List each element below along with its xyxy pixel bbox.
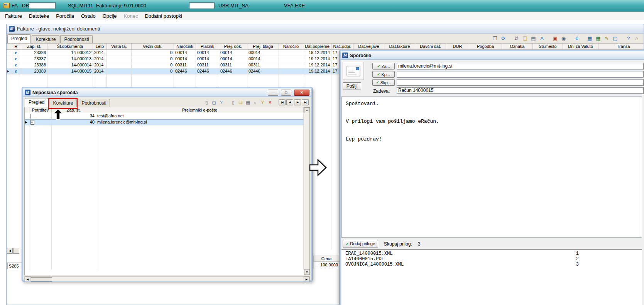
db-input[interactable]	[29, 2, 56, 9]
message-titlebar[interactable]: M Sporočilo	[341, 51, 644, 60]
filter-icon[interactable]: Y	[259, 100, 266, 105]
column-header[interactable]: Dat.fakture	[384, 44, 415, 50]
column-header-prejemniki[interactable]: Prejemniki e-pošte	[96, 107, 304, 113]
main-tab-podrobnosti[interactable]: Podrobnosti	[60, 35, 93, 43]
nav-next-button[interactable]: ▶	[294, 99, 301, 105]
column-header[interactable]: Transa	[598, 44, 644, 50]
message-row-selected[interactable]: ▶ ✓ 40 milena.lorencic@mit-ing.si	[25, 119, 304, 125]
exit-icon[interactable]: ⌂	[633, 35, 641, 42]
column-header[interactable]: Prej. blaga	[247, 44, 279, 50]
column-header[interactable]: Št.dokumenta	[47, 44, 93, 50]
message-text-area[interactable]: Spoštovani. V prilogi vam pošiljamo eRač…	[341, 97, 642, 238]
close-button[interactable]: ✕	[294, 90, 309, 96]
column-header[interactable]: Davčni dat.	[415, 44, 446, 50]
scroll-left-button[interactable]: ◀	[25, 276, 30, 282]
message-row[interactable]: 34 test@afna.net	[25, 113, 304, 119]
scroll-right-button[interactable]: ▶	[304, 276, 309, 282]
confirm-checkbox[interactable]: ✓	[30, 120, 34, 125]
main-horizontal-scrollbar[interactable]: ◀	[7, 248, 19, 254]
column-header[interactable]: Naročnik	[174, 44, 196, 50]
add-attachments-button[interactable]: ✓ Dodaj priloge	[343, 240, 378, 247]
column-header[interactable]: Dat.odpreme	[303, 44, 331, 50]
menu-ostalo[interactable]: Ostalo	[78, 12, 99, 20]
to-field[interactable]: milena.lorencic@mit-ing.si	[397, 63, 644, 69]
menu-porocila[interactable]: Poročila	[52, 12, 78, 20]
font-icon[interactable]: A	[538, 35, 546, 42]
nav-last-button[interactable]: ▶|	[302, 99, 309, 105]
monitor-icon[interactable]: ▢	[211, 100, 217, 105]
column-header[interactable]: Vrsta fa.	[107, 44, 132, 50]
attachment-row[interactable]: FA14000015.PDF 2	[345, 256, 638, 262]
user-input[interactable]	[189, 2, 215, 9]
column-header[interactable]: Zap. št.	[21, 44, 47, 50]
find-icon[interactable]: ⌕	[252, 100, 259, 105]
table-view-2-icon[interactable]: ▦	[595, 35, 602, 42]
dialog-tab-pregled[interactable]: Pregled	[25, 98, 48, 107]
column-header[interactable]: Nač.odpr.	[331, 44, 353, 50]
dialog-vertical-scrollbar[interactable]: ▲ ▼	[304, 107, 309, 275]
confirm-checkbox[interactable]	[30, 114, 31, 119]
cancel-filter-icon[interactable]: ✕	[267, 100, 273, 105]
menu-datoteke[interactable]: Datoteke	[25, 12, 52, 20]
print-icon[interactable]: ▤	[245, 100, 251, 105]
column-header[interactable]: Prej. dok.	[219, 44, 247, 50]
import-export-icon[interactable]: ⇵	[513, 35, 520, 42]
scroll-left-button[interactable]: ◀	[7, 248, 13, 254]
print-icon[interactable]: ▤	[530, 35, 537, 42]
help-icon[interactable]: ?	[625, 35, 632, 42]
cc-field[interactable]	[397, 71, 644, 78]
nav-previous-button[interactable]: ◀	[286, 99, 293, 105]
scroll-down-button[interactable]: ▼	[304, 269, 310, 275]
clipboard-icon[interactable]: ▣	[551, 35, 559, 42]
dialog-titlebar[interactable]: M Neposlana sporočila — □ ✕	[23, 88, 311, 97]
scrollbar-thumb[interactable]	[31, 277, 52, 282]
subject-field[interactable]: Račun 14000015	[397, 87, 644, 94]
copy-icon[interactable]: ❐	[491, 35, 499, 42]
main-tab-korekture[interactable]: Korekture	[32, 35, 59, 43]
open-folder-icon[interactable]: ❏	[521, 35, 529, 42]
menu-fakture[interactable]: Fakture	[2, 12, 25, 20]
monitor-icon[interactable]: ▢	[612, 35, 619, 42]
table-view-1-icon[interactable]: ▦	[586, 35, 593, 42]
attachment-row[interactable]: OVOJNICA_14000015.XML 3	[345, 262, 638, 267]
column-header[interactable]: Vezni dok.	[132, 44, 174, 50]
new-document-icon[interactable]: ▯	[230, 100, 237, 105]
column-header[interactable]: Dat.veljave	[353, 44, 384, 50]
column-header[interactable]: Pogodba	[469, 44, 502, 50]
attachment-row[interactable]: ERAC_14000015.XML 1	[345, 251, 638, 256]
menu-dodatni-postopki[interactable]: Dodatni postopki	[141, 12, 186, 20]
page-icon[interactable]: ▯	[203, 100, 210, 105]
maximize-button[interactable]: □	[281, 90, 291, 96]
column-header[interactable]: Leto	[93, 44, 107, 50]
to-button[interactable]: ✓ Za...	[372, 63, 395, 69]
edit-icon[interactable]: ✎	[603, 35, 610, 42]
column-header[interactable]: Str.mesto	[533, 44, 563, 50]
column-header[interactable]: Plačnik	[196, 44, 219, 50]
send-button[interactable]: Pošlji	[343, 82, 361, 90]
euro-icon[interactable]: €	[573, 35, 580, 42]
help-icon[interactable]: ?	[218, 100, 225, 105]
dialog-horizontal-scrollbar[interactable]: ◀ ▶	[24, 276, 310, 282]
scrollbar-thumb[interactable]	[13, 248, 19, 254]
menu-opcije[interactable]: Opcije	[99, 12, 120, 20]
column-header-zap[interactable]: Zap. št.	[52, 107, 96, 113]
main-tab-pregled[interactable]: Pregled	[7, 34, 31, 43]
cc-button[interactable]: ✓ Kp...	[372, 71, 395, 78]
column-header[interactable]: Naročilo	[279, 44, 303, 50]
bcc-button[interactable]: ✓ Skp...	[372, 79, 395, 86]
column-header[interactable]: Dni za Valuto	[563, 44, 598, 50]
column-header[interactable]: DUR	[446, 44, 469, 50]
dialog-tab-podrobnosti[interactable]: Podrobnosti	[78, 99, 110, 107]
dialog-tab-korekture[interactable]: Korekture	[49, 99, 77, 107]
email-icon-button[interactable]	[343, 62, 364, 80]
column-header-potrditev[interactable]: Potrditev	[29, 107, 52, 113]
nav-first-button[interactable]: |◀	[279, 99, 286, 105]
minimize-button[interactable]: —	[268, 90, 278, 96]
refresh-icon[interactable]: ⟳	[500, 35, 507, 42]
open-folder-icon[interactable]: ❏	[237, 100, 244, 105]
snapshot-icon[interactable]: ◉	[560, 35, 567, 42]
cena-column-header[interactable]: Cena	[313, 256, 340, 262]
column-header[interactable]: Oznaka	[502, 44, 533, 50]
bcc-field[interactable]	[397, 79, 644, 86]
scroll-up-button[interactable]: ▲	[304, 107, 310, 113]
